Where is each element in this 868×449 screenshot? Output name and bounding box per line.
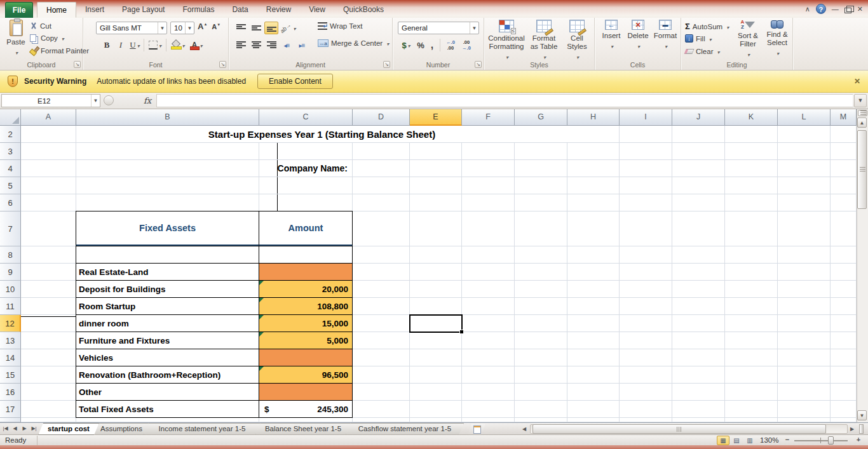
column-header-B[interactable]: B bbox=[76, 109, 259, 126]
insert-cells-button[interactable]: ← Insert bbox=[599, 20, 624, 51]
clear-button[interactable]: Clear bbox=[685, 48, 720, 55]
hscroll-left-icon[interactable]: ◀ bbox=[522, 426, 526, 432]
tab-split-handle[interactable] bbox=[859, 424, 864, 434]
row-header-2[interactable]: 2 bbox=[0, 126, 21, 143]
row-header-8[interactable]: 8 bbox=[0, 246, 21, 264]
table-row-amount-r16[interactable] bbox=[259, 383, 353, 401]
row-header-4[interactable]: 4 bbox=[0, 160, 21, 177]
help-icon[interactable]: ? bbox=[816, 4, 826, 14]
font-color-button[interactable] bbox=[187, 39, 205, 51]
table-row-amount-r15[interactable]: 96,500 bbox=[259, 366, 353, 384]
vscroll-thumb[interactable] bbox=[857, 130, 867, 209]
row-header-11[interactable]: 11 bbox=[0, 298, 21, 315]
table-row-amount-r14[interactable] bbox=[259, 349, 353, 366]
format-as-table-button[interactable]: Format as Table bbox=[527, 20, 560, 62]
italic-button[interactable] bbox=[114, 39, 128, 51]
bold-button[interactable] bbox=[100, 39, 114, 51]
row-header-7[interactable]: 7 bbox=[0, 211, 21, 246]
clipboard-dialog-launcher[interactable]: ↘ bbox=[74, 61, 81, 68]
table-row-amount-r9[interactable] bbox=[259, 263, 353, 281]
row-header-16[interactable]: 16 bbox=[0, 384, 21, 401]
sheet-tab-cashflow-statement-year-1-5[interactable]: Cashflow statement year 1-5 bbox=[346, 423, 464, 435]
security-bar-close-icon[interactable]: ✕ bbox=[854, 77, 860, 86]
row-header-14[interactable]: 14 bbox=[0, 349, 21, 366]
ribbon-tab-review[interactable]: Review bbox=[257, 2, 300, 18]
table-row-label-r8[interactable] bbox=[76, 246, 259, 264]
insert-worksheet-button[interactable] bbox=[468, 424, 485, 435]
row-header-10[interactable]: 10 bbox=[0, 281, 21, 298]
zoom-slider-track[interactable] bbox=[794, 440, 848, 441]
fill-button[interactable]: Fill bbox=[685, 34, 712, 43]
column-header-L[interactable]: L bbox=[778, 109, 831, 126]
restore-icon[interactable] bbox=[844, 8, 851, 13]
ribbon-tab-page-layout[interactable]: Page Layout bbox=[113, 2, 173, 18]
zoom-level-label[interactable]: 130% bbox=[760, 436, 778, 444]
column-header-E[interactable]: E bbox=[410, 109, 462, 126]
accounting-format-button[interactable] bbox=[398, 39, 414, 51]
comma-style-button[interactable] bbox=[427, 39, 437, 51]
table-row-amount-r12[interactable]: 15,000 bbox=[259, 314, 353, 332]
table-row-label-r13[interactable]: Furniture and Fixtures bbox=[76, 332, 259, 349]
row-header-13[interactable]: 13 bbox=[0, 332, 21, 349]
file-tab[interactable]: File bbox=[5, 2, 33, 18]
font-name-combo[interactable]: Gill Sans MT▼ bbox=[96, 22, 167, 34]
column-header-C[interactable]: C bbox=[259, 109, 353, 126]
borders-button[interactable] bbox=[146, 39, 164, 51]
zoom-out-icon[interactable]: − bbox=[783, 436, 792, 445]
align-left-button[interactable] bbox=[234, 39, 248, 51]
column-header-H[interactable]: H bbox=[567, 109, 620, 126]
percent-style-button[interactable] bbox=[415, 39, 426, 51]
fill-color-button[interactable] bbox=[168, 39, 187, 51]
decrease-indent-button[interactable]: ◂≡ bbox=[280, 39, 294, 51]
selected-cell-E12[interactable] bbox=[409, 314, 463, 333]
previous-sheet-icon[interactable]: ◀ bbox=[11, 424, 19, 433]
first-sheet-icon[interactable]: |◀ bbox=[1, 424, 10, 433]
fx-icon[interactable]: fx bbox=[144, 96, 151, 105]
cell-title-row2[interactable]: Start-up Expenses Year 1 (Starting Balan… bbox=[76, 126, 567, 142]
vscroll-up-icon[interactable]: ▲ bbox=[857, 117, 867, 128]
align-bottom-button[interactable] bbox=[264, 22, 278, 34]
vscroll-split-handle[interactable] bbox=[858, 110, 867, 116]
orientation-button[interactable] bbox=[280, 22, 296, 34]
horizontal-scrollbar-thumb[interactable] bbox=[532, 424, 826, 434]
column-header-I[interactable]: I bbox=[620, 109, 672, 126]
row-header-6[interactable]: 6 bbox=[0, 194, 21, 211]
sheet-tab-startup-cost[interactable]: startup cost bbox=[38, 423, 99, 435]
zoom-in-icon[interactable]: + bbox=[854, 436, 863, 445]
ribbon-tab-quickbooks[interactable]: QuickBooks bbox=[334, 2, 393, 18]
align-top-button[interactable] bbox=[234, 22, 248, 34]
minimize-icon[interactable]: — bbox=[832, 4, 839, 14]
zoom-slider-thumb[interactable] bbox=[828, 436, 834, 445]
name-box-dropdown-icon[interactable]: ▼ bbox=[91, 95, 100, 107]
number-format-combo[interactable]: General▼ bbox=[398, 22, 479, 34]
table-row-amount-r13[interactable]: 5,000 bbox=[259, 332, 353, 349]
cut-button[interactable]: Cut bbox=[30, 22, 51, 30]
column-header-D[interactable]: D bbox=[353, 109, 410, 126]
sort-filter-button[interactable]: AZ Sort & Filter bbox=[733, 20, 763, 59]
ribbon-tab-data[interactable]: Data bbox=[223, 2, 257, 18]
ribbon-tab-home[interactable]: Home bbox=[37, 2, 76, 18]
row-header-18[interactable] bbox=[0, 418, 21, 422]
row-header-17[interactable]: 17 bbox=[0, 401, 21, 418]
table-row-label-r11[interactable]: Room Startup bbox=[76, 297, 259, 315]
align-middle-button[interactable] bbox=[249, 22, 263, 34]
align-right-button[interactable] bbox=[264, 39, 278, 51]
table-row-label-r17[interactable]: Total Fixed Assets bbox=[76, 400, 259, 418]
table-row-label-r12[interactable]: dinner room bbox=[76, 314, 259, 332]
column-header-A[interactable]: A bbox=[21, 109, 76, 126]
number-dialog-launcher[interactable]: ↘ bbox=[475, 61, 482, 68]
ribbon-tab-formulas[interactable]: Formulas bbox=[173, 2, 223, 18]
select-all-corner[interactable] bbox=[0, 109, 21, 126]
paste-button[interactable]: Paste bbox=[4, 20, 28, 57]
format-painter-button[interactable]: Format Painter bbox=[30, 46, 89, 55]
find-select-button[interactable]: Find & Select bbox=[763, 20, 792, 58]
page-break-view-button[interactable]: ▥ bbox=[743, 436, 756, 445]
vscroll-down-icon[interactable]: ▼ bbox=[857, 410, 867, 420]
close-icon[interactable]: ✕ bbox=[857, 4, 863, 14]
last-sheet-icon[interactable]: ▶| bbox=[30, 424, 38, 433]
table-row-label-r16[interactable]: Other bbox=[76, 383, 259, 401]
ribbon-tab-insert[interactable]: Insert bbox=[76, 2, 113, 18]
table-row-label-r14[interactable]: Vehicles bbox=[76, 349, 259, 366]
row-header-5[interactable]: 5 bbox=[0, 177, 21, 194]
alignment-dialog-launcher[interactable]: ↘ bbox=[383, 61, 390, 68]
